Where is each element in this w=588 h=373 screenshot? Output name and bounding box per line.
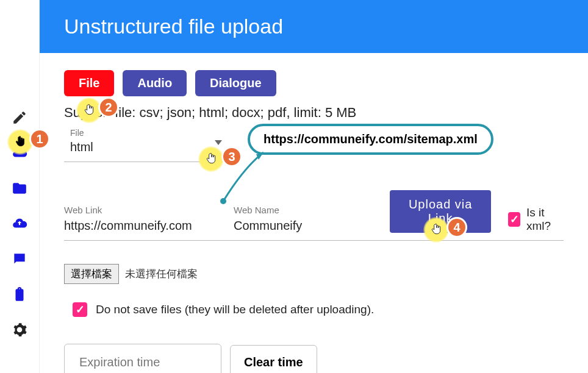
file-type-value: html bbox=[70, 140, 226, 154]
clear-time-button[interactable]: Clear time bbox=[230, 345, 317, 373]
folder-icon[interactable] bbox=[12, 180, 27, 196]
is-xml-checkbox[interactable]: ✓ bbox=[508, 212, 520, 227]
message-icon[interactable] bbox=[12, 251, 27, 267]
no-save-checkbox[interactable]: ✓ bbox=[73, 302, 87, 317]
is-xml-group: ✓ Is it xml? bbox=[508, 206, 564, 233]
callout-bubble: https://communeify.com/sitemap.xml bbox=[248, 124, 493, 155]
chevron-down-icon bbox=[215, 140, 222, 145]
expiration-input[interactable] bbox=[64, 344, 221, 373]
cloud-icon[interactable] bbox=[12, 145, 27, 161]
link-row: Web Link https://communeify.com Web Name… bbox=[64, 190, 564, 241]
web-link-field[interactable]: Web Link https://communeify.com bbox=[64, 205, 223, 233]
is-xml-label: Is it xml? bbox=[526, 206, 564, 233]
file-type-label: File bbox=[70, 128, 226, 138]
web-name-label: Web Name bbox=[234, 205, 374, 215]
content-area: File Audio Dialogue Support file: csv; j… bbox=[40, 53, 588, 373]
upload-via-link-button[interactable]: Upload via Link bbox=[390, 190, 491, 233]
choose-file-button[interactable]: 選擇檔案 bbox=[64, 264, 119, 284]
main-area: Unstructured file upload File Audio Dial… bbox=[40, 0, 588, 373]
tabs-row: File Audio Dialogue bbox=[64, 70, 564, 96]
web-link-label: Web Link bbox=[64, 205, 223, 215]
sidebar bbox=[0, 0, 40, 373]
file-type-select[interactable]: File html bbox=[64, 124, 226, 162]
clipboard-icon[interactable] bbox=[12, 286, 27, 302]
gear-icon[interactable] bbox=[12, 322, 27, 338]
expire-row: Clear time bbox=[64, 344, 564, 373]
upload-icon[interactable] bbox=[12, 216, 27, 232]
support-text: Support file: csv; json; html; docx; pdf… bbox=[64, 105, 564, 121]
tab-dialogue[interactable]: Dialogue bbox=[195, 70, 276, 96]
web-link-value: https://communeify.com bbox=[64, 219, 223, 233]
no-save-row: ✓ Do not save files (they will be delete… bbox=[73, 302, 564, 317]
edit-icon[interactable] bbox=[12, 110, 27, 126]
web-name-value: Communeify bbox=[234, 219, 374, 233]
web-name-field[interactable]: Web Name Communeify bbox=[234, 205, 374, 233]
tab-file[interactable]: File bbox=[64, 70, 114, 96]
file-picker-row: 選擇檔案 未選擇任何檔案 bbox=[64, 264, 564, 284]
no-save-label: Do not save files (they will be deleted … bbox=[96, 303, 374, 316]
choose-file-status: 未選擇任何檔案 bbox=[125, 267, 198, 281]
page-title: Unstructured file upload bbox=[40, 0, 588, 53]
tab-audio[interactable]: Audio bbox=[123, 70, 187, 96]
